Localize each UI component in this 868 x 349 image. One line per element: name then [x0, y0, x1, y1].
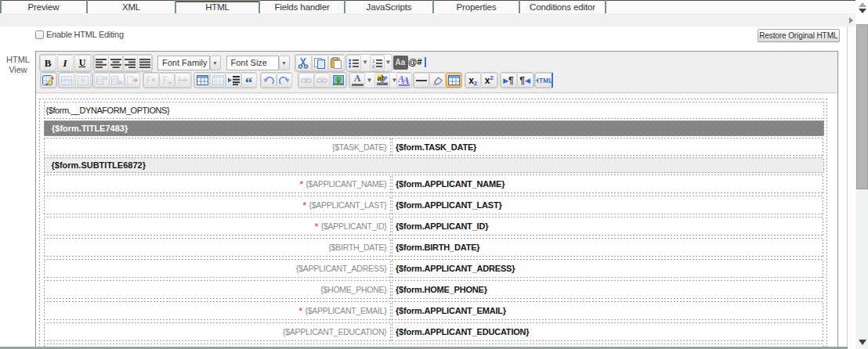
svg-text:1: 1 [372, 59, 375, 63]
svg-text:A: A [402, 74, 410, 86]
svg-text:2: 2 [372, 64, 375, 68]
